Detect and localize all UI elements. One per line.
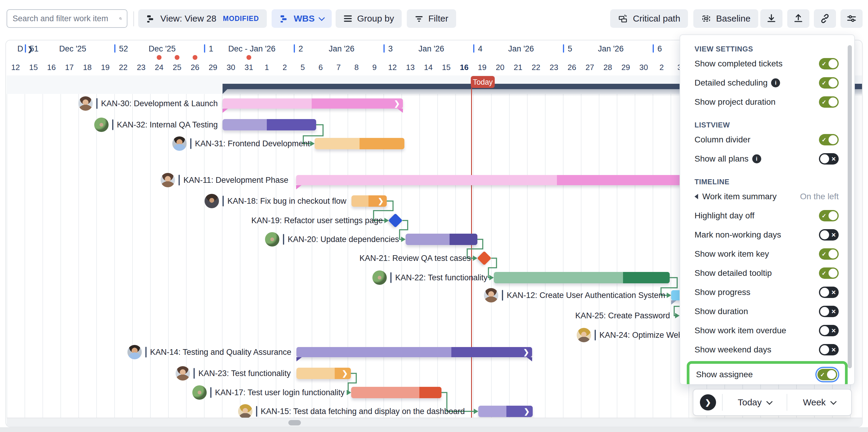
setting-row-show-assignee[interactable]: Show assignee✓: [696, 365, 837, 384]
zoom-range-dropdown[interactable]: Week: [787, 397, 851, 407]
setting-row-show-duration[interactable]: Show duration✕: [694, 302, 839, 321]
avatar: [176, 366, 190, 380]
toggle-knob: [829, 59, 837, 68]
week-month-label: Jan '26: [598, 44, 624, 54]
filter-button[interactable]: Filter: [407, 9, 456, 28]
toggle-show-detailed-tooltip[interactable]: ✓: [819, 268, 839, 279]
milestone-kan-19[interactable]: [388, 213, 403, 228]
task-bar-kan-15[interactable]: ❯: [478, 406, 533, 417]
day-number: 2: [283, 63, 287, 72]
task-label: KAN-30: Development & Launch: [101, 99, 218, 108]
setting-row-mark-non-working-days[interactable]: Mark non-working days✕: [694, 225, 839, 244]
toggle-state-icon: ✓: [820, 371, 825, 378]
setting-value[interactable]: On the left: [800, 192, 839, 201]
setting-row-work-item-summary[interactable]: Work item summaryOn the left: [694, 187, 839, 206]
day-number: 15: [442, 63, 451, 72]
setting-row-show-weekend-days[interactable]: Show weekend days✕: [694, 340, 839, 359]
setting-label: Show work item key: [694, 249, 769, 259]
task-bar-kan-20[interactable]: [406, 234, 477, 245]
week-tick: [25, 44, 26, 53]
info-icon[interactable]: i: [771, 79, 780, 87]
task-bar-kan-23[interactable]: ❯: [297, 368, 351, 379]
setting-row-show-detailed-tooltip[interactable]: Show detailed tooltip✓: [694, 264, 839, 283]
task-label: KAN-18: Fix bug in checkout flow: [227, 196, 346, 206]
setting-row-show-work-item-overdue[interactable]: Show work item overdue✕: [694, 321, 839, 340]
setting-row-show-project-duration[interactable]: Show project duration✓: [694, 92, 839, 112]
panel-scrollbar-thumb[interactable]: [848, 45, 852, 368]
search-input[interactable]: [12, 14, 119, 24]
task-label-group-kan-18: KAN-18: Fix bug in checkout flow: [205, 193, 346, 209]
link-icon: [820, 13, 830, 24]
task-bar-kan-32[interactable]: [222, 119, 316, 130]
day-number: 24: [155, 63, 164, 72]
toolbar-divider: [133, 11, 134, 26]
export-button[interactable]: [760, 9, 782, 28]
avatar: [172, 136, 187, 151]
setting-row-show-progress[interactable]: Show progress✕: [694, 283, 839, 302]
toggle-column-divider[interactable]: ✓: [819, 134, 839, 145]
jump-today-dropdown[interactable]: Today: [723, 397, 787, 407]
scroll-next-button[interactable]: ❯: [700, 394, 716, 410]
info-icon[interactable]: i: [752, 154, 761, 163]
toggle-detailed-scheduling[interactable]: ✓: [819, 77, 839, 89]
task-bar-kan-30[interactable]: ❯: [222, 98, 403, 109]
toggle-state-icon: ✓: [822, 80, 827, 87]
toggle-show-work-item-overdue[interactable]: ✕: [819, 325, 839, 336]
toggle-show-work-item-key[interactable]: ✓: [819, 248, 839, 260]
expand-week-icon[interactable]: ❯: [28, 45, 33, 53]
baseline-button[interactable]: Baseline: [693, 9, 758, 28]
toggle-show-all-plans[interactable]: ✕: [819, 153, 839, 164]
section-title-listview: LISTVIEW: [694, 120, 839, 130]
view-settings-button[interactable]: [840, 9, 863, 28]
setting-row-show-all-plans[interactable]: Show all plansi✕: [694, 149, 839, 168]
setting-row-detailed-scheduling[interactable]: Detailed schedulingi✓: [694, 73, 839, 92]
jump-today-label: Today: [738, 397, 762, 407]
chevron-left-icon[interactable]: [694, 194, 698, 199]
avatar: [372, 271, 387, 285]
toggle-highlight-day-off[interactable]: ✓: [819, 210, 839, 221]
toggle-state-icon: ✕: [831, 289, 836, 296]
toggle-mark-non-working-days[interactable]: ✕: [819, 229, 839, 241]
gridline: [599, 94, 599, 418]
setting-row-show-completed-tickets[interactable]: Show completed tickets✓: [694, 54, 839, 73]
horizontal-scrollbar-track[interactable]: [7, 418, 863, 427]
setting-row-column-divider[interactable]: Column divider✓: [694, 130, 839, 149]
toggle-show-completed-tickets[interactable]: ✓: [819, 58, 839, 69]
task-label: KAN-24: Optimize Web: [599, 331, 683, 340]
avatar: [161, 173, 175, 187]
task-label: KAN-11: Development Phase: [183, 176, 288, 185]
setting-row-highlight-day-off[interactable]: Highlight day off✓: [694, 206, 839, 225]
horizontal-scrollbar-thumb[interactable]: [288, 420, 301, 425]
critical-path-button[interactable]: Critical path: [610, 9, 688, 28]
day-number: 28: [603, 63, 612, 72]
toggle-knob: [820, 288, 829, 297]
summary-tail-left: [222, 109, 228, 113]
day-number: 20: [496, 63, 504, 72]
import-button[interactable]: [787, 9, 809, 28]
setting-label-text: Show work item key: [694, 249, 769, 259]
group-by-button[interactable]: Group by: [336, 9, 402, 28]
toggle-show-duration[interactable]: ✕: [819, 306, 839, 317]
task-bar-kan-17[interactable]: [351, 387, 441, 398]
gridline: [168, 94, 169, 418]
share-link-button[interactable]: [814, 9, 836, 28]
setting-label-text: Column divider: [694, 135, 750, 145]
panel-scrollbar-track[interactable]: [848, 43, 852, 378]
toggle-show-project-duration[interactable]: ✓: [819, 96, 839, 108]
toggle-show-assignee[interactable]: ✓: [817, 369, 837, 380]
day-number: 23: [137, 63, 146, 72]
task-bar-kan-18[interactable]: ❯: [351, 195, 387, 207]
search-box[interactable]: [7, 9, 127, 28]
setting-row-show-work-item-key[interactable]: Show work item key✓: [694, 244, 839, 264]
toggle-show-progress[interactable]: ✕: [819, 287, 839, 298]
day-number: 27: [586, 63, 594, 72]
task-bar-kan-22[interactable]: [494, 272, 670, 283]
milestone-kan-21[interactable]: [477, 251, 491, 265]
toggle-show-weekend-days[interactable]: ✕: [819, 344, 839, 356]
label-divider: [595, 330, 596, 340]
view-button[interactable]: View: View 28 MODIFIED: [138, 9, 267, 28]
task-bar-kan-31[interactable]: [315, 138, 404, 149]
wbs-button[interactable]: WBS: [272, 9, 332, 28]
day-off-dot: [157, 55, 161, 60]
task-bar-kan-14[interactable]: ❯: [297, 347, 532, 357]
